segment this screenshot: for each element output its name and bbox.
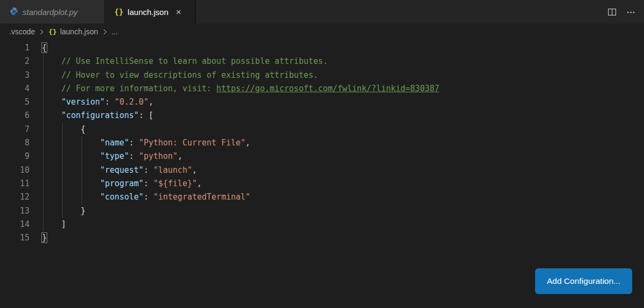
code-line[interactable]: 7 { (0, 123, 644, 136)
code-line[interactable]: 2 // Use IntelliSense to learn about pos… (0, 55, 644, 68)
code-line[interactable]: 3 // Hover to view descriptions of exist… (0, 69, 644, 82)
code-text: // For more information, visit: https://… (42, 82, 440, 96)
breadcrumb: .vscode {} launch.json ... (0, 24, 644, 40)
code-line[interactable]: 9 "type": "python", (0, 150, 644, 163)
line-number: 11 (0, 177, 42, 190)
code-text: "request": "launch", (42, 164, 197, 177)
line-number: 1 (0, 41, 42, 55)
code-text: "configurations": [ (42, 109, 153, 122)
code-line[interactable]: 13 } (0, 204, 644, 218)
line-number: 3 (0, 69, 42, 82)
more-actions-icon[interactable] (626, 8, 635, 17)
line-number: 7 (0, 123, 42, 136)
breadcrumb-symbol[interactable]: ... (112, 27, 118, 36)
code-line[interactable]: 15} (0, 231, 644, 245)
line-number: 8 (0, 136, 42, 150)
code-text: "name": "Python: Current File", (42, 136, 250, 150)
line-number: 10 (0, 164, 42, 177)
tab-launch-json[interactable]: {} launch.json × (105, 0, 196, 24)
code-text: "version": "0.2.0", (42, 96, 153, 109)
code-line[interactable]: 14 ] (0, 218, 644, 231)
editor-tab-bar: standardplot.py {} launch.json × (0, 0, 644, 24)
code-line[interactable]: 10 "request": "launch", (0, 164, 644, 177)
line-number: 6 (0, 109, 42, 122)
code-text: "program": "${file}", (42, 177, 202, 190)
line-number: 12 (0, 190, 42, 204)
line-number: 9 (0, 150, 42, 163)
code-line[interactable]: 8 "name": "Python: Current File", (0, 136, 644, 150)
code-text: ] (42, 218, 66, 231)
vscode-editor-window: standardplot.py {} launch.json × .vscode (0, 0, 644, 308)
code-text: } (42, 231, 47, 245)
line-number: 14 (0, 218, 42, 231)
editor-pane: 1{2 // Use IntelliSense to learn about p… (0, 40, 644, 308)
code-text: "type": "python", (42, 150, 182, 163)
code-line[interactable]: 6 "configurations": [ (0, 109, 644, 122)
chevron-right-icon (38, 28, 46, 36)
code-text: { (42, 41, 47, 55)
split-editor-icon[interactable] (608, 8, 617, 17)
tab-label: standardplot.py (23, 8, 78, 17)
code-line[interactable]: 11 "program": "${file}", (0, 177, 644, 190)
close-tab-icon[interactable]: × (176, 8, 181, 17)
code-text: // Hover to view descriptions of existin… (42, 69, 318, 82)
bracket-match: { (42, 43, 47, 53)
code-line[interactable]: 12 "console": "integratedTerminal" (0, 190, 644, 204)
code-text: "console": "integratedTerminal" (42, 190, 250, 204)
json-icon: {} (114, 8, 123, 16)
code-line[interactable]: 4 // For more information, visit: https:… (0, 82, 644, 96)
code-lines: 1{2 // Use IntelliSense to learn about p… (0, 40, 644, 245)
line-number: 5 (0, 96, 42, 109)
editor-actions (608, 0, 644, 24)
code-text: } (42, 204, 85, 218)
breadcrumb-folder[interactable]: .vscode (9, 27, 35, 36)
tab-label: launch.json (128, 8, 169, 17)
python-icon (10, 7, 18, 17)
line-number: 2 (0, 55, 42, 68)
line-number: 13 (0, 204, 42, 218)
code-line[interactable]: 5 "version": "0.2.0", (0, 96, 644, 109)
json-icon: {} (48, 28, 57, 35)
line-number: 15 (0, 231, 42, 245)
comment-link[interactable]: https://go.microsoft.com/fwlink/?linkid=… (216, 84, 439, 93)
chevron-right-icon (101, 28, 109, 36)
bracket-match: } (42, 233, 47, 243)
line-number: 4 (0, 82, 42, 96)
code-text: // Use IntelliSense to learn about possi… (42, 55, 328, 68)
code-line[interactable]: 1{ (0, 41, 644, 55)
breadcrumb-file[interactable]: launch.json (60, 27, 98, 36)
tab-standardplot-py[interactable]: standardplot.py (0, 0, 105, 24)
code-text: { (42, 123, 85, 136)
add-configuration-button[interactable]: Add Configuration... (535, 268, 632, 294)
